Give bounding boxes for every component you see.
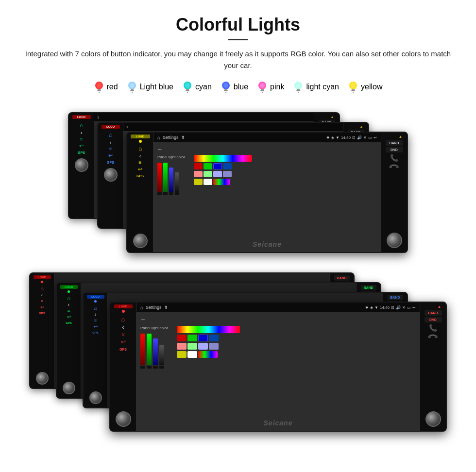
title-section: Colorful Lights Integrated with 7 colors… <box>19 15 457 71</box>
color-label-pink: pink <box>270 83 284 91</box>
color-item-lightblue: Light blue <box>127 80 173 94</box>
bottom-device-group: LOUD ⌂ ‹ ≡ ↩ GPS BAND DVD 📞 📞 <box>29 269 447 438</box>
color-item-blue: blue <box>221 80 248 94</box>
color-item-red: red <box>94 80 118 94</box>
dvd-button-bot[interactable]: DVD <box>425 317 442 322</box>
svg-point-6 <box>130 83 135 88</box>
color-label-cyan: cyan <box>195 83 212 91</box>
call-accept-button-bot[interactable]: 📞 <box>429 324 437 332</box>
top-device-row: LOUD ⌂ ‹ ≡ ↩ GPS 1 <box>19 107 457 258</box>
bulb-icon-lightblue <box>127 80 137 94</box>
svg-rect-27 <box>297 89 300 90</box>
svg-rect-8 <box>130 90 134 91</box>
svg-rect-32 <box>352 89 355 90</box>
svg-point-21 <box>260 83 265 88</box>
svg-rect-17 <box>224 89 227 90</box>
bulb-icon-lightcyan <box>293 80 304 94</box>
svg-rect-2 <box>98 89 101 90</box>
volume-knob[interactable] <box>387 233 402 248</box>
svg-point-11 <box>185 83 190 88</box>
svg-rect-22 <box>261 89 264 90</box>
band-button-bot[interactable]: BAND <box>425 310 442 316</box>
bulb-icon-blue <box>221 80 231 94</box>
svg-point-16 <box>223 83 228 88</box>
svg-point-1 <box>97 83 102 88</box>
loud-badge-1: LOUD <box>72 115 91 119</box>
svg-rect-33 <box>351 90 355 91</box>
color-label-red: red <box>107 83 118 91</box>
svg-point-26 <box>296 83 301 88</box>
svg-rect-12 <box>186 89 189 90</box>
description: Integrated with 7 colors of button indic… <box>19 48 457 71</box>
color-label-lightcyan: light cyan <box>306 83 339 91</box>
color-label-yellow: yellow <box>361 83 382 91</box>
color-item-cyan: cyan <box>182 80 212 94</box>
color-item-yellow: yellow <box>348 80 382 94</box>
color-item-lightcyan: light cyan <box>293 80 339 94</box>
volume-knob-bot[interactable] <box>425 411 441 427</box>
color-list: red Light blue cyan <box>19 80 457 94</box>
bulb-icon-yellow <box>348 80 358 94</box>
page-title: Colorful Lights <box>19 15 457 35</box>
title-divider <box>228 39 248 40</box>
color-label-lightblue: Light blue <box>140 83 173 91</box>
call-accept-button[interactable]: 📞 <box>390 154 398 162</box>
svg-rect-23 <box>260 90 264 91</box>
page-container: Colorful Lights Integrated with 7 colors… <box>0 0 476 464</box>
svg-rect-13 <box>186 90 189 91</box>
svg-rect-18 <box>224 90 228 91</box>
bottom-device-row: LOUD ⌂ ‹ ≡ ↩ GPS BAND DVD 📞 📞 <box>19 269 457 438</box>
top-device-group: LOUD ⌂ ‹ ≡ ↩ GPS 1 <box>68 107 408 258</box>
dvd-button[interactable]: DVD <box>386 147 403 152</box>
color-item-pink: pink <box>257 80 284 94</box>
svg-rect-7 <box>131 89 134 90</box>
call-decline-button[interactable]: 📞 <box>389 161 400 172</box>
stereo-bot-front: LOUD ⌂ ‹ ≡ ↩ GPS ⌂ <box>109 302 447 432</box>
bulb-icon-red <box>94 80 104 94</box>
svg-rect-28 <box>296 90 300 91</box>
stereo-device-front: LOUD ⌂ ‹ ≡ ↩ GPS ⌂ <box>126 132 408 253</box>
bulb-icon-cyan <box>182 80 193 94</box>
bulb-icon-pink <box>257 80 268 94</box>
svg-rect-3 <box>97 90 101 91</box>
color-label-blue: blue <box>234 83 248 91</box>
band-button[interactable]: BAND <box>386 140 403 146</box>
call-decline-button-bot[interactable]: 📞 <box>427 331 439 342</box>
svg-point-31 <box>351 83 356 88</box>
